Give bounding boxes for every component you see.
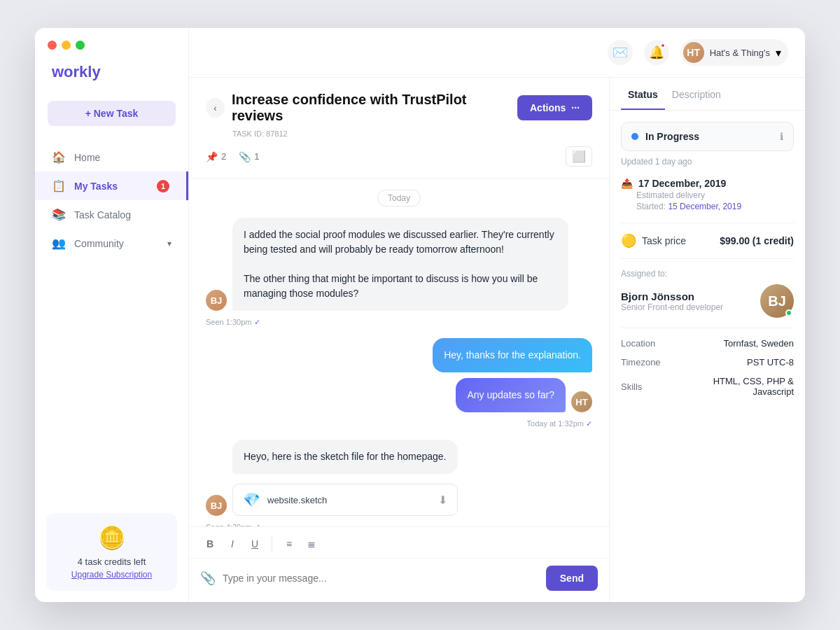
sidebar-item-catalog-label: Task Catalog bbox=[74, 209, 131, 220]
seen-info-1: Seen 1:30pm ✓ bbox=[206, 318, 592, 327]
message-row-incoming-2: BJ Heyo, here is the sketch file for the… bbox=[206, 440, 592, 516]
sender-avatar-1: BJ bbox=[206, 290, 227, 311]
delivery-icon: 📤 bbox=[621, 178, 633, 189]
right-panel: Status Description In Progress ℹ Updated… bbox=[609, 78, 805, 602]
message-group-incoming-2: BJ Heyo, here is the sketch file for the… bbox=[206, 440, 592, 526]
message-bubble-outgoing-2: Any updates so far? bbox=[456, 378, 566, 412]
file-type-icon: 💎 bbox=[243, 491, 260, 508]
task-header-top: ‹ Increase confidence with TrustPilot re… bbox=[206, 92, 592, 124]
credits-box: 🪙 4 task credits left Upgrade Subscripti… bbox=[46, 513, 177, 591]
detail-skills: Skills HTML, CSS, PHP & Javascript bbox=[621, 376, 794, 397]
status-dot bbox=[631, 133, 638, 140]
detail-timezone: Timezone PST UTC-8 bbox=[621, 357, 794, 368]
more-icon: ··· bbox=[571, 102, 580, 113]
tab-status[interactable]: Status bbox=[621, 78, 665, 110]
location-value: Tornfast, Sweden bbox=[724, 338, 794, 349]
sidebar-item-my-tasks[interactable]: 📋 My Tasks 1 bbox=[35, 172, 188, 200]
task-header: ‹ Increase confidence with TrustPilot re… bbox=[189, 78, 609, 178]
attachments-count: 📎 1 bbox=[239, 151, 259, 162]
chevron-down-icon: ▾ bbox=[776, 46, 781, 59]
info-icon[interactable]: ℹ bbox=[780, 131, 783, 142]
assignee-name: Bjorn Jönsson bbox=[621, 290, 753, 302]
attach-button[interactable]: 📎 bbox=[200, 570, 216, 586]
panel-body: In Progress ℹ Updated 1 day ago 📤 17 Dec… bbox=[610, 111, 805, 416]
status-card: In Progress ℹ bbox=[621, 122, 794, 151]
notification-dot bbox=[660, 43, 666, 48]
sidebar-item-my-tasks-label: My Tasks bbox=[74, 181, 118, 192]
status-label: In Progress bbox=[645, 131, 773, 142]
catalog-icon: 📚 bbox=[52, 208, 66, 221]
sidebar: workly + New Task 🏠 Home 📋 My Tasks 1 📚 … bbox=[35, 28, 189, 602]
date-divider: Today bbox=[377, 190, 421, 206]
sidebar-item-home-label: Home bbox=[74, 152, 100, 163]
task-meta: 📌 2 📎 1 ⬜ bbox=[206, 146, 592, 169]
task-id: TASK ID: 87812 bbox=[232, 130, 592, 138]
message-bubble-incoming-2: Heyo, here is the sketch file for the ho… bbox=[232, 440, 458, 474]
new-task-button[interactable]: + New Task bbox=[48, 101, 176, 126]
updated-text: Updated 1 day ago bbox=[621, 157, 794, 167]
tab-description[interactable]: Description bbox=[665, 78, 728, 110]
tl-close[interactable] bbox=[48, 41, 57, 50]
message-bubble-incoming-1: I added the social proof modules we disc… bbox=[232, 218, 568, 311]
assignee-info: Bjorn Jönsson Senior Front-end developer bbox=[621, 290, 753, 312]
detail-location: Location Tornfast, Sweden bbox=[621, 338, 794, 349]
chevron-down-icon: ▾ bbox=[167, 239, 172, 248]
notifications-button[interactable]: 🔔 bbox=[644, 40, 669, 65]
location-key: Location bbox=[621, 338, 684, 349]
divider-2 bbox=[621, 258, 794, 259]
content-area: ‹ Increase confidence with TrustPilot re… bbox=[189, 78, 805, 602]
actions-button[interactable]: Actions ··· bbox=[517, 95, 592, 120]
file-attachment[interactable]: 💎 website.sketch ⬇ bbox=[232, 484, 458, 516]
main-content: ✉️ 🔔 HT Hat's & Thing's ▾ ‹ Increase con bbox=[189, 28, 805, 602]
expand-button[interactable]: ⬜ bbox=[566, 146, 592, 167]
sidebar-item-task-catalog[interactable]: 📚 Task Catalog bbox=[35, 200, 188, 229]
started-date: 15 December, 2019 bbox=[668, 202, 741, 211]
price-label: Task price bbox=[642, 235, 714, 246]
formatting-bar: B I U ≡ ≣ bbox=[189, 527, 609, 559]
sidebar-item-community[interactable]: 👥 Community ▾ bbox=[35, 229, 188, 258]
sidebar-item-community-label: Community bbox=[74, 238, 124, 249]
sidebar-item-home[interactable]: 🏠 Home bbox=[35, 143, 188, 172]
community-icon: 👥 bbox=[52, 237, 66, 250]
delivery-label: Estimated delivery bbox=[636, 190, 794, 200]
back-button[interactable]: ‹ bbox=[206, 98, 225, 118]
input-row: 📎 Send bbox=[189, 559, 609, 602]
assignee-row: Bjorn Jönsson Senior Front-end developer… bbox=[621, 284, 794, 318]
message-input[interactable] bbox=[223, 573, 539, 584]
download-button[interactable]: ⬇ bbox=[438, 493, 447, 507]
avatar: HT bbox=[683, 42, 704, 63]
user-menu[interactable]: HT Hat's & Thing's ▾ bbox=[680, 39, 788, 66]
assignee-role: Senior Front-end developer bbox=[621, 302, 753, 312]
italic-button[interactable]: I bbox=[223, 534, 242, 554]
sender-avatar-2: BJ bbox=[206, 495, 227, 516]
details-section: Location Tornfast, Sweden Timezone PST U… bbox=[621, 338, 794, 397]
underline-button[interactable]: U bbox=[245, 534, 265, 554]
tl-fullscreen[interactable] bbox=[76, 41, 85, 50]
home-icon: 🏠 bbox=[52, 150, 66, 164]
nav-menu: 🏠 Home 📋 My Tasks 1 📚 Task Catalog 👥 Com… bbox=[35, 143, 188, 502]
topbar: ✉️ 🔔 HT Hat's & Thing's ▾ bbox=[189, 28, 805, 78]
messages-list: Today BJ I added the social proof module… bbox=[189, 178, 609, 526]
price-value: $99.00 (1 credit) bbox=[720, 235, 794, 246]
timezone-key: Timezone bbox=[621, 357, 684, 368]
tl-minimize[interactable] bbox=[62, 41, 71, 50]
upgrade-link[interactable]: Upgrade Subscription bbox=[57, 570, 166, 580]
panel-tabs: Status Description bbox=[610, 78, 805, 111]
delivery-section: 📤 17 December, 2019 Estimated delivery S… bbox=[621, 178, 794, 211]
tasks-badge: 1 bbox=[157, 180, 169, 192]
pins-count: 📌 2 bbox=[206, 151, 226, 162]
message-row-outgoing-1: Hey, thanks for the explanation. bbox=[206, 338, 592, 372]
bold-button[interactable]: B bbox=[200, 534, 220, 554]
skills-key: Skills bbox=[621, 382, 679, 392]
pin-icon: 📌 bbox=[206, 151, 218, 162]
delivery-date: 17 December, 2019 bbox=[638, 178, 726, 189]
send-button[interactable]: Send bbox=[546, 566, 598, 591]
bullet-list-button[interactable]: ≡ bbox=[279, 534, 299, 554]
tasks-icon: 📋 bbox=[52, 179, 66, 192]
file-name: website.sketch bbox=[267, 495, 431, 505]
price-row: 🟡 Task price $99.00 (1 credit) bbox=[621, 233, 794, 248]
numbered-list-button[interactable]: ≣ bbox=[302, 534, 321, 554]
mail-icon: ✉️ bbox=[612, 45, 628, 60]
mail-button[interactable]: ✉️ bbox=[608, 40, 633, 65]
attachment-icon: 📎 bbox=[239, 151, 251, 162]
